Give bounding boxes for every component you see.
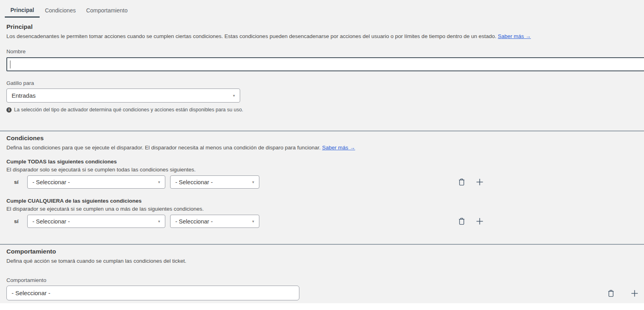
all-conditions-field-select[interactable]: - Seleccionar - ▾ (27, 175, 165, 189)
trigger-hint: i La selección del tipo de activador det… (6, 107, 644, 113)
comportamiento-section-heading: Comportamiento (6, 248, 644, 255)
trigger-hint-text: La selección del tipo de activador deter… (14, 107, 243, 113)
add-condition-button[interactable] (475, 217, 484, 226)
caret-down-icon: ▾ (252, 180, 254, 184)
principal-learn-more-link[interactable]: Saber más → (498, 33, 531, 39)
add-condition-button[interactable] (475, 177, 484, 187)
name-input-wrap (6, 57, 644, 71)
caret-down-icon: ▾ (158, 180, 160, 184)
principal-description-text: Los desencadenantes le permiten tomar ac… (6, 33, 496, 39)
add-behavior-button[interactable] (630, 288, 639, 298)
behavior-row: - Seleccionar - (6, 286, 644, 300)
tabbar: Principal Condiciones Comportamiento (5, 0, 644, 18)
delete-condition-button[interactable] (457, 177, 466, 187)
any-conditions-operator-select-value: - Seleccionar - (175, 218, 213, 225)
all-conditions-title: Cumple TODAS las siguientes condiciones (6, 159, 644, 165)
condition-row-label: sí (14, 179, 23, 185)
tab-comportamiento[interactable]: Comportamiento (81, 4, 133, 18)
name-field-label: Nombre (6, 48, 644, 54)
condiciones-description-text: Defina las condiciones para que se ejecu… (6, 145, 321, 151)
condiciones-learn-more-link[interactable]: Saber más → (322, 145, 355, 151)
behavior-select-value: - Seleccionar - (12, 290, 50, 296)
plus-icon (476, 178, 484, 186)
tab-principal[interactable]: Principal (5, 4, 40, 18)
all-conditions-subtitle: El disparador solo se ejecutará si se cu… (6, 167, 644, 173)
principal-section-heading: Principal (6, 23, 644, 30)
any-conditions-operator-select[interactable]: - Seleccionar - ▾ (170, 215, 259, 228)
text-cursor (10, 60, 10, 68)
trigger-edit-panel: Principal Condiciones Comportamiento Pri… (0, 0, 644, 303)
any-conditions-field-select-value: - Seleccionar - (32, 218, 70, 225)
behavior-select[interactable]: - Seleccionar - (6, 286, 299, 300)
any-conditions-title: Cumple CUALQUIERA de las siguientes cond… (6, 198, 644, 204)
condiciones-section-description: Defina las condiciones para que se ejecu… (6, 145, 644, 151)
plus-icon (631, 290, 638, 297)
trigger-for-select[interactable]: Entradas ▾ (6, 89, 240, 103)
caret-down-icon: ▾ (233, 94, 235, 98)
plus-icon (476, 217, 484, 225)
delete-condition-button[interactable] (457, 217, 466, 226)
any-conditions-row: sí - Seleccionar - ▾ - Seleccionar - ▾ (6, 215, 644, 228)
comportamiento-section-description: Defina qué acción se tomará cuando se cu… (6, 258, 644, 264)
trash-icon (608, 290, 614, 297)
caret-down-icon: ▾ (158, 219, 160, 223)
section-divider (0, 131, 644, 131)
trash-icon (458, 217, 465, 225)
all-conditions-field-select-value: - Seleccionar - (32, 179, 70, 185)
condiciones-section-heading: Condiciones (6, 135, 644, 142)
all-conditions-operator-select-value: - Seleccionar - (175, 179, 213, 185)
name-input[interactable] (7, 58, 644, 70)
info-icon: i (6, 107, 12, 113)
condition-row-label: sí (14, 218, 23, 224)
delete-behavior-button[interactable] (606, 288, 616, 298)
any-conditions-subtitle: El disparador se ejecutará si se cumplen… (6, 206, 644, 212)
trigger-for-label: Gatillo para (6, 80, 644, 86)
principal-section-description: Los desencadenantes le permiten tomar ac… (6, 33, 644, 40)
trigger-for-select-value: Entradas (12, 92, 36, 99)
all-conditions-row: sí - Seleccionar - ▾ - Seleccionar - ▾ (6, 175, 644, 189)
tab-condiciones[interactable]: Condiciones (40, 4, 81, 18)
any-conditions-field-select[interactable]: - Seleccionar - ▾ (27, 215, 165, 228)
trash-icon (458, 178, 465, 186)
caret-down-icon: ▾ (252, 219, 254, 223)
all-conditions-operator-select[interactable]: - Seleccionar - ▾ (170, 175, 259, 189)
section-divider (0, 244, 644, 245)
behavior-field-label: Comportamiento (6, 277, 644, 283)
